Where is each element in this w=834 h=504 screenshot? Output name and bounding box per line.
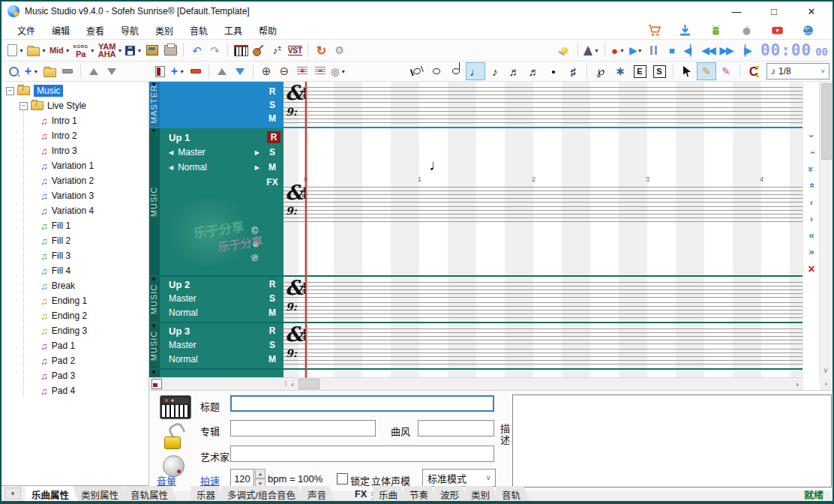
tree-item-label[interactable]: Fill 3 — [52, 250, 70, 261]
tree-item[interactable]: ♫ Intro 2 — [2, 128, 148, 143]
solo-toggle[interactable]: S — [266, 339, 279, 351]
delete-icon[interactable]: × — [808, 263, 814, 275]
step-back-button[interactable]: ◀▏ — [681, 42, 699, 58]
note-eighth-button[interactable]: ♪ — [485, 62, 505, 80]
android-icon[interactable] — [710, 24, 722, 37]
tree-item[interactable]: ♫ Ending 2 — [2, 308, 148, 323]
record-button[interactable]: ●▼ — [609, 42, 627, 58]
tab-list-dropdown[interactable]: ▼ — [4, 488, 21, 500]
note-thirtysecond-button[interactable]: ♬ — [524, 62, 544, 80]
vst-button[interactable]: VST — [286, 42, 304, 58]
entered-quarter-note[interactable]: ♩ — [429, 157, 444, 174]
cart-icon[interactable] — [648, 24, 661, 37]
menu-item[interactable]: 编辑 — [44, 22, 78, 38]
snap-value-dropdown[interactable]: ♪ 1/8 ˅ — [766, 63, 830, 80]
track-down-button[interactable] — [231, 63, 249, 80]
tree-item-label[interactable]: Ending 1 — [52, 296, 87, 306]
collapse-triangle-icon[interactable]: ▼ — [151, 323, 157, 329]
bottom-tab[interactable]: 音轨属性 — [124, 486, 177, 501]
menu-item[interactable]: 文件 — [9, 22, 44, 38]
close-button[interactable]: ✕ — [804, 6, 819, 17]
collapse-triangle-icon[interactable]: ▼ — [151, 370, 157, 376]
tree-item[interactable]: ♫ Pad 3 — [2, 368, 148, 383]
tree-item-label[interactable]: Intro 1 — [52, 116, 77, 126]
record-toggle-active[interactable]: R — [267, 131, 280, 143]
album-input[interactable] — [230, 420, 376, 436]
remove-track-button[interactable] — [187, 63, 205, 80]
up1-notation[interactable]: 01234 ♩ & 44 9: — [284, 128, 803, 275]
arrow-right-icon[interactable]: ▶ — [255, 149, 260, 156]
track-up-button[interactable] — [213, 63, 231, 80]
menu-item[interactable]: 帮助 — [250, 22, 285, 38]
genre-input[interactable] — [418, 420, 494, 436]
new-file-button[interactable]: ▼ — [6, 42, 26, 58]
tree-item[interactable]: ♫ Fill 1 — [2, 218, 148, 233]
collapse-triangle-icon[interactable]: ▼ — [151, 128, 157, 134]
move-down-icon[interactable]: › — [807, 151, 817, 154]
tree-item[interactable]: ♫ Ending 1 — [2, 293, 148, 308]
arrow-left-icon[interactable]: ◀ — [169, 164, 173, 171]
pause-button[interactable] — [645, 42, 663, 58]
tree-item-label[interactable]: Variation 1 — [52, 160, 94, 171]
tree-group-row[interactable]: − Live Style — [2, 98, 148, 113]
fx-button[interactable]: FX — [266, 176, 279, 188]
track-title[interactable]: Up 3 — [169, 326, 190, 337]
bottom-tab[interactable]: 类别属性 — [75, 486, 128, 501]
track-mode[interactable]: Normal — [169, 354, 198, 364]
add-folder-button[interactable] — [40, 63, 58, 80]
note-sixteenth-button[interactable]: ♬ — [505, 62, 524, 80]
menu-item[interactable]: 导航 — [112, 22, 147, 38]
zoom-out-button[interactable]: ⊖ — [275, 63, 293, 80]
music-side-strip[interactable]: ▼ — [149, 370, 160, 377]
tree-item[interactable]: ♫ Pad 1 — [2, 338, 148, 353]
keyboard-button[interactable] — [232, 42, 250, 58]
move-up-button[interactable] — [85, 63, 103, 80]
menu-item[interactable]: 工具 — [216, 22, 250, 38]
collapse-box-icon[interactable]: − — [6, 87, 14, 95]
collapse-staff-button[interactable] — [311, 63, 329, 80]
mute-toggle[interactable]: M — [266, 307, 279, 319]
record-toggle[interactable]: R — [266, 278, 279, 290]
yamaha-button[interactable]: YAMAHA▼ — [97, 42, 124, 58]
note-quarter-button[interactable]: ♩ — [466, 62, 485, 80]
menu-item[interactable]: 查看 — [78, 22, 112, 38]
track-output[interactable]: Master — [178, 147, 206, 158]
move-down-button[interactable] — [103, 63, 121, 80]
horizontal-scrollbar[interactable]: ⁞⁞ ‹ › — [149, 377, 803, 390]
solo-toggle[interactable]: S — [266, 99, 279, 111]
track-title[interactable]: Up 2 — [169, 279, 190, 290]
play-button[interactable]: ▶▼ — [627, 42, 645, 58]
scroll-down-button[interactable]: ˅ — [820, 367, 832, 378]
tempo-value[interactable]: 120 — [230, 469, 254, 488]
print-button[interactable] — [161, 42, 179, 58]
tree-item[interactable]: ♫ Variation 3 — [2, 188, 148, 203]
master-notation[interactable]: & 44 9: — [284, 82, 803, 127]
tree-item[interactable]: ♫ Fill 3 — [2, 248, 148, 263]
stereo-mode-select[interactable]: 标准模式 ˅ — [422, 469, 496, 487]
up2-notation[interactable]: & 44 9: — [284, 277, 803, 322]
snap-toggle-button[interactable]: C — [744, 62, 764, 80]
metronome-button[interactable]: ▼ — [582, 42, 601, 58]
panel-mini-icon[interactable] — [152, 379, 162, 389]
arrow-right-icon[interactable]: ▶ — [255, 164, 260, 171]
track-title[interactable]: Up 1 — [169, 132, 190, 143]
tree-item[interactable]: ♫ Variation 4 — [2, 203, 148, 218]
partial-track-header[interactable]: ▼ — [149, 370, 284, 377]
track-mode[interactable]: Normal — [169, 308, 198, 318]
expand-staff-button[interactable] — [293, 63, 311, 80]
tree-item-label[interactable]: Intro 3 — [52, 146, 77, 156]
guitar-button[interactable] — [250, 42, 268, 58]
tree-item-label[interactable]: Ending 3 — [52, 326, 87, 336]
tree-item-label[interactable]: Variation 2 — [52, 176, 94, 186]
maximize-button[interactable]: □ — [766, 6, 782, 17]
fast-forward-button[interactable]: ▶▶ — [717, 42, 735, 58]
select-tool-button[interactable] — [677, 62, 697, 80]
record-toggle[interactable]: R — [266, 325, 279, 337]
youtube-icon[interactable] — [771, 24, 784, 37]
settings-button[interactable]: ⚙ — [330, 42, 348, 58]
circle-mark[interactable]: ⊚ — [252, 241, 258, 248]
record-toggle[interactable]: R — [266, 86, 279, 98]
scrollbar-thumb[interactable] — [298, 379, 320, 389]
transpose-button[interactable]: ♪± — [268, 42, 286, 58]
tree-item[interactable]: ♫ Break — [2, 278, 148, 293]
